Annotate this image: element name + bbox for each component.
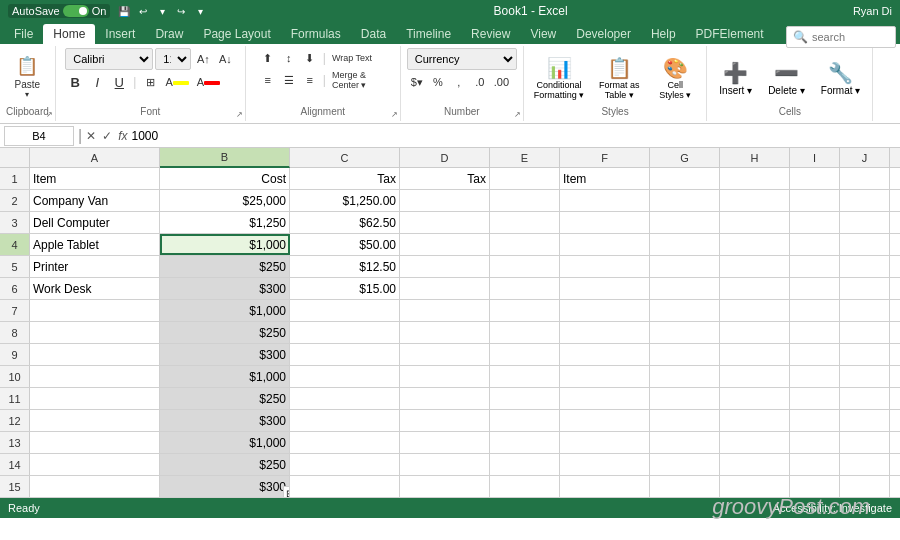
increase-font-icon[interactable]: A↑ [193,49,213,69]
cell-i2[interactable] [790,190,840,211]
cell-e1[interactable] [490,168,560,189]
cell-e15[interactable] [490,476,560,497]
tab-page-layout[interactable]: Page Layout [193,24,280,44]
cell-f3[interactable] [560,212,650,233]
cell-j2[interactable] [840,190,890,211]
cell-e5[interactable] [490,256,560,277]
undo-dropdown-icon[interactable]: ▾ [154,3,170,19]
cell-b13[interactable]: $1,000 [160,432,290,453]
row-header-7[interactable]: 7 [0,300,30,321]
cell-d5[interactable] [400,256,490,277]
cell-g7[interactable] [650,300,720,321]
cell-c11[interactable] [290,388,400,409]
undo-icon[interactable]: ↩ [135,3,151,19]
format-cells-button[interactable]: 🔧 Format ▾ [815,50,866,106]
row-header-12[interactable]: 12 [0,410,30,431]
align-right-icon[interactable]: ≡ [300,70,320,90]
autosave-pill[interactable] [63,5,89,17]
cell-b10[interactable]: $1,000 [160,366,290,387]
cell-b3[interactable]: $1,250 [160,212,290,233]
cell-f7[interactable] [560,300,650,321]
cell-d7[interactable] [400,300,490,321]
borders-button[interactable]: ⊞ [140,72,160,92]
cell-a11[interactable] [30,388,160,409]
cell-f13[interactable] [560,432,650,453]
cell-b14[interactable]: $250 [160,454,290,475]
cell-a14[interactable] [30,454,160,475]
align-middle-icon[interactable]: ↕ [279,48,299,68]
tab-timeline[interactable]: Timeline [396,24,461,44]
search-bar[interactable]: 🔍 [786,26,896,48]
cell-b8[interactable]: $250 [160,322,290,343]
cell-e2[interactable] [490,190,560,211]
merge-center-button[interactable]: Merge & Center ▾ [329,70,388,90]
cell-b12[interactable]: $300 [160,410,290,431]
cell-h6[interactable] [720,278,790,299]
cell-b1[interactable]: Cost [160,168,290,189]
tab-view[interactable]: View [520,24,566,44]
cell-h2[interactable] [720,190,790,211]
cell-a2[interactable]: Company Van [30,190,160,211]
cell-c9[interactable] [290,344,400,365]
increase-decimal-button[interactable]: .00 [491,72,512,92]
underline-button[interactable]: U [109,72,129,92]
cell-a1[interactable]: Item [30,168,160,189]
tab-pdfelement[interactable]: PDFElement [686,24,774,44]
cell-j13[interactable] [840,432,890,453]
tab-insert[interactable]: Insert [95,24,145,44]
cell-d14[interactable] [400,454,490,475]
cell-j12[interactable] [840,410,890,431]
italic-button[interactable]: I [87,72,107,92]
percent-button[interactable]: % [428,72,448,92]
cell-e12[interactable] [490,410,560,431]
cell-d9[interactable] [400,344,490,365]
cell-a9[interactable] [30,344,160,365]
row-header-6[interactable]: 6 [0,278,30,299]
paste-dropdown-icon[interactable]: ▾ [25,90,29,99]
cell-a8[interactable] [30,322,160,343]
cell-f10[interactable] [560,366,650,387]
tab-developer[interactable]: Developer [566,24,641,44]
row-header-1[interactable]: 1 [0,168,30,189]
cell-g15[interactable] [650,476,720,497]
cell-e8[interactable] [490,322,560,343]
col-header-i[interactable]: I [790,148,840,168]
row-header-2[interactable]: 2 [0,190,30,211]
cell-a6[interactable]: Work Desk [30,278,160,299]
clipboard-expand-icon[interactable]: ↗ [46,110,53,119]
font-color-button[interactable]: A [194,72,223,92]
font-family-select[interactable]: Calibri [65,48,153,70]
dollar-sign-button[interactable]: $▾ [407,72,427,92]
cell-c5[interactable]: $12.50 [290,256,400,277]
cell-a10[interactable] [30,366,160,387]
cell-g10[interactable] [650,366,720,387]
cell-f8[interactable] [560,322,650,343]
row-header-11[interactable]: 11 [0,388,30,409]
cell-d6[interactable] [400,278,490,299]
tab-review[interactable]: Review [461,24,520,44]
number-format-select[interactable]: Currency General Number Percentage [407,48,517,70]
conditional-formatting-button[interactable]: 📊 ConditionalFormatting ▾ [530,50,589,106]
cell-b7[interactable]: $1,000 [160,300,290,321]
insert-cells-button[interactable]: ➕ Insert ▾ [713,50,758,106]
cell-h7[interactable] [720,300,790,321]
cell-h13[interactable] [720,432,790,453]
align-center-icon[interactable]: ☰ [279,70,299,90]
cell-a7[interactable] [30,300,160,321]
cell-f9[interactable] [560,344,650,365]
cell-g3[interactable] [650,212,720,233]
cell-i4[interactable] [790,234,840,255]
paste-options-icon[interactable]: ⊞ [283,486,290,497]
cell-h10[interactable] [720,366,790,387]
row-header-8[interactable]: 8 [0,322,30,343]
cell-f4[interactable] [560,234,650,255]
col-header-a[interactable]: A [30,148,160,168]
align-top-icon[interactable]: ⬆ [258,48,278,68]
col-header-j[interactable]: J [840,148,890,168]
cell-g1[interactable] [650,168,720,189]
cell-a3[interactable]: Dell Computer [30,212,160,233]
cell-h9[interactable] [720,344,790,365]
cell-e11[interactable] [490,388,560,409]
cell-g8[interactable] [650,322,720,343]
cell-a13[interactable] [30,432,160,453]
